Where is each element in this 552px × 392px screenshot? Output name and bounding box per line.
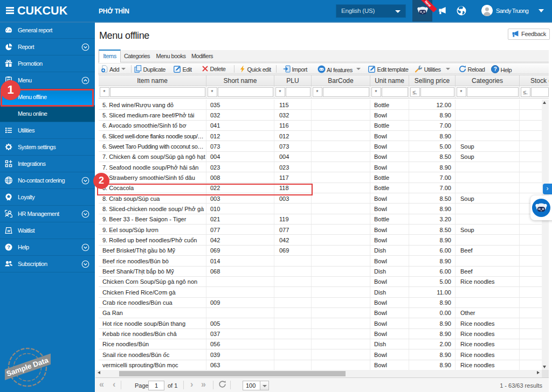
svg-text:w: w (8, 229, 11, 233)
svg-text:?: ? (7, 244, 10, 250)
svg-text:?: ? (494, 66, 497, 72)
